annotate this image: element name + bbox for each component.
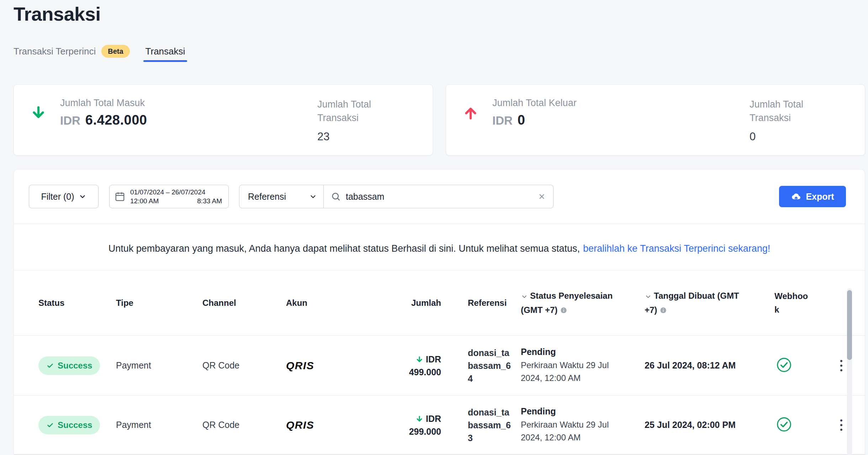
outflow-currency: IDR xyxy=(492,114,513,127)
inflow-label: Jumlah Total Masuk xyxy=(60,98,145,109)
channel-cell: QR Code xyxy=(202,360,286,371)
check-icon xyxy=(46,362,54,370)
time-end: 8:33 AM xyxy=(197,197,222,205)
export-button-label: Export xyxy=(806,192,834,202)
divider xyxy=(14,224,865,224)
tab-transaksi-terperinci[interactable]: Transaksi Terperinci Beta xyxy=(14,45,130,58)
check-icon xyxy=(46,421,54,429)
col-type-header: Tipe xyxy=(116,296,202,310)
notice-link[interactable]: beralihlah ke Transaksi Terperinci sekar… xyxy=(583,243,770,254)
chevron-down-icon xyxy=(309,193,317,200)
search-group: Referensi xyxy=(239,185,554,208)
tab-transaksi-terperinci-label: Transaksi Terperinci xyxy=(14,46,96,57)
reference-cell: donasi_tabassam_63 xyxy=(468,406,511,444)
amount-cell: IDR 499.000 xyxy=(391,353,468,378)
search-box xyxy=(324,185,554,208)
search-input[interactable] xyxy=(346,192,533,202)
inflow-value: 6.428.000 xyxy=(85,113,147,128)
tab-bar: Transaksi Terperinci Beta Transaksi xyxy=(14,45,185,58)
row-menu-button[interactable] xyxy=(840,417,844,433)
created-cell: 26 Jul 2024, 08:12 AM xyxy=(645,360,774,371)
row-menu-button[interactable] xyxy=(840,358,844,373)
col-reference-header: Referensi xyxy=(468,296,521,310)
outflow-label: Jumlah Total Keluar xyxy=(492,98,577,109)
date-range-text: 01/07/2024 – 26/07/2024 12:00 AM 8:33 AM xyxy=(130,188,223,205)
search-icon xyxy=(331,192,341,202)
col-created-header[interactable]: Tanggal Dibuat (GMT +7) xyxy=(645,289,748,317)
col-status-header: Status xyxy=(38,296,116,310)
transactions-table: Status Tipe Channel Akun Jumlah Referens… xyxy=(14,271,866,455)
webhook-success-icon xyxy=(776,416,792,433)
channel-cell: QR Code xyxy=(202,420,286,430)
col-channel-header: Channel xyxy=(202,296,286,310)
col-account-header: Akun xyxy=(286,296,391,310)
table-header-row: Status Tipe Channel Akun Jumlah Referens… xyxy=(14,271,866,336)
inflow-amount: IDR 6.428.000 xyxy=(60,113,147,128)
inflow-count: 23 xyxy=(317,130,329,143)
created-cell: 25 Jul 2024, 02:00 PM xyxy=(645,420,774,430)
status-badge: Success xyxy=(38,416,100,434)
info-icon[interactable] xyxy=(560,307,567,314)
col-amount-header: Jumlah xyxy=(391,296,468,310)
active-tab-underline xyxy=(143,60,187,62)
notice-text: Untuk pembayaran yang masuk, Anda hanya … xyxy=(108,243,580,254)
transactions-panel: Filter (0) 01/07/2024 – 26/07/2024 12:00… xyxy=(14,169,865,455)
col-created-label: Tanggal Dibuat (GMT +7) xyxy=(645,291,739,315)
summary-card-outflow: Jumlah Total Keluar IDR 0 Jumlah Total T… xyxy=(446,84,865,156)
chevron-down-icon xyxy=(79,193,86,200)
settlement-cell: Pending Perkiraan Waktu 29 Jul 2024, 12:… xyxy=(521,347,645,385)
calendar-icon xyxy=(115,191,125,202)
settlement-status: Pending xyxy=(521,406,645,417)
close-icon xyxy=(538,192,546,201)
inflow-arrow-icon xyxy=(30,105,47,121)
inflow-currency: IDR xyxy=(60,114,80,127)
search-field-label: Referensi xyxy=(248,192,286,202)
qris-logo: QRIS xyxy=(286,360,314,371)
outflow-count-label: Jumlah Total Transaksi xyxy=(750,98,828,125)
outflow-amount: IDR 0 xyxy=(492,113,525,128)
time-start: 12:00 AM xyxy=(130,197,159,205)
col-webhook-header: Webhook xyxy=(774,289,840,317)
info-icon[interactable] xyxy=(660,307,667,314)
search-field-select[interactable]: Referensi xyxy=(239,185,324,208)
amount-cell: IDR 299.000 xyxy=(391,412,468,438)
date-range-value: 01/07/2024 – 26/07/2024 xyxy=(130,188,223,196)
table-scrollbar-thumb[interactable] xyxy=(847,290,852,360)
table-scrollbar-track xyxy=(847,288,852,455)
date-range-button[interactable]: 01/07/2024 – 26/07/2024 12:00 AM 8:33 AM xyxy=(109,185,229,208)
settlement-status: Pending xyxy=(521,347,645,357)
outflow-arrow-icon xyxy=(462,105,479,121)
settlement-note: Perkiraan Waktu 29 Jul 2024, 12:00 AM xyxy=(521,418,620,444)
summary-card-inflow: Jumlah Total Masuk IDR 6.428.000 Jumlah … xyxy=(14,84,433,156)
status-badge: Success xyxy=(38,356,100,375)
page-title: Transaksi xyxy=(14,3,101,25)
webhook-success-icon xyxy=(776,357,792,373)
inflow-arrow-icon xyxy=(416,415,423,423)
cloud-upload-icon xyxy=(791,191,801,202)
sort-chevron-icon xyxy=(521,293,528,300)
table-row[interactable]: Success Payment QR Code QRIS IDR 299.000… xyxy=(14,396,866,455)
type-cell: Payment xyxy=(116,360,202,371)
tab-transaksi[interactable]: Transaksi xyxy=(145,46,185,57)
outflow-count: 0 xyxy=(750,130,756,143)
col-settlement-header[interactable]: Status Penyelesaian (GMT +7) xyxy=(521,289,628,317)
sort-chevron-icon xyxy=(645,293,652,300)
export-button[interactable]: Export xyxy=(779,186,846,207)
settlement-cell: Pending Perkiraan Waktu 29 Jul 2024, 12:… xyxy=(521,406,645,444)
qris-logo: QRIS xyxy=(286,419,314,431)
outflow-value: 0 xyxy=(518,113,525,128)
filter-button[interactable]: Filter (0) xyxy=(29,185,99,208)
type-cell: Payment xyxy=(116,420,202,430)
inflow-count-label: Jumlah Total Transaksi xyxy=(317,98,396,125)
settlement-note: Perkiraan Waktu 29 Jul 2024, 12:00 AM xyxy=(521,359,620,385)
beta-badge: Beta xyxy=(101,45,129,58)
table-row[interactable]: Success Payment QR Code QRIS IDR 499.000… xyxy=(14,336,866,396)
reference-cell: donasi_tabassam_64 xyxy=(468,346,511,385)
tab-transaksi-label: Transaksi xyxy=(145,46,185,57)
notice-banner: Untuk pembayaran yang masuk, Anda hanya … xyxy=(14,243,865,254)
summary-cards: Jumlah Total Masuk IDR 6.428.000 Jumlah … xyxy=(14,84,865,156)
clear-search-button[interactable] xyxy=(538,192,546,201)
filter-button-label: Filter (0) xyxy=(41,192,74,202)
inflow-arrow-icon xyxy=(416,356,423,364)
